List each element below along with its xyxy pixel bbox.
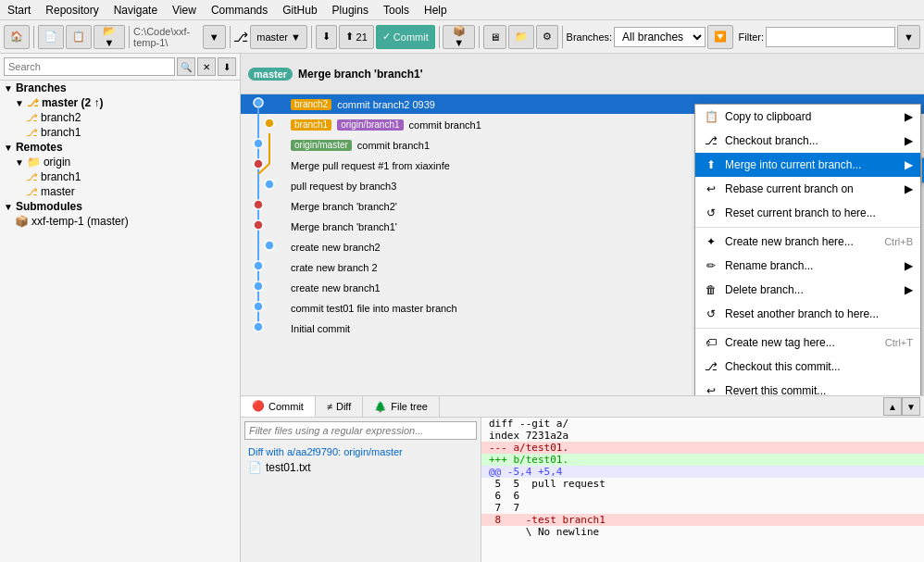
- commit-info-10: create new branch1: [291, 282, 920, 293]
- diff-line-7: 6 6: [481, 490, 924, 502]
- tab-diff[interactable]: ≠ Diff: [316, 396, 363, 417]
- push-btn[interactable]: ⬆ 21: [339, 25, 374, 49]
- diff-panel: diff --git a/ index 7231a2a --- a/test01…: [481, 418, 924, 562]
- graph-svg-11: [244, 296, 291, 317]
- stash-btn[interactable]: 📦 ▼: [443, 25, 475, 49]
- tree-branch1[interactable]: ⎇ branch1: [0, 125, 240, 140]
- tab-commit[interactable]: 🔴 Commit: [241, 396, 316, 417]
- tree-remotes-group[interactable]: ▼ Remotes: [0, 140, 240, 155]
- branch-icon: ⎇: [233, 30, 248, 44]
- branches-label: Branches: [16, 81, 67, 94]
- tree-remote-master[interactable]: ⎇ master: [0, 184, 240, 199]
- search-options-btn[interactable]: ⬇: [218, 57, 236, 76]
- sidebar: 🔍 ✕ ⬇ ▼ Branches ▼ ⎇ master (2 ↑) ⎇ bran…: [0, 54, 241, 562]
- commit-msg-9: crate new branch 2: [291, 262, 378, 273]
- remotes-expand-arrow: ▼: [4, 143, 13, 153]
- toolbar-clone-btn[interactable]: 📋: [66, 25, 92, 49]
- menu-commands[interactable]: Commands: [204, 2, 275, 19]
- commit-msg-10: create new branch1: [291, 282, 381, 293]
- toolbar-new-btn[interactable]: 📄: [38, 25, 64, 49]
- filter-options-btn[interactable]: ▼: [897, 25, 920, 49]
- toolbar-sep-6: [479, 26, 480, 48]
- tree-master-branch[interactable]: ▼ ⎇ master (2 ↑): [0, 95, 240, 110]
- toolbar-home-btn[interactable]: 🏠: [4, 25, 30, 49]
- tab-file-tree[interactable]: 🌲 File tree: [363, 396, 440, 417]
- branches-label: Branches:: [567, 31, 613, 43]
- filter-toggle-btn[interactable]: 🔽: [707, 25, 733, 49]
- menu-tools[interactable]: Tools: [376, 2, 417, 19]
- tree-branch2[interactable]: ⎇ branch2: [0, 110, 240, 125]
- commit-info-12: Initial commit: [291, 323, 920, 334]
- commit-row-7[interactable]: Merge branch 'branch1': [241, 217, 924, 237]
- commit-info-4: Merge pull request #1 from xiaxinfe: [291, 160, 920, 171]
- graph-svg-5: [244, 174, 291, 194]
- graph-svg-9: [244, 256, 291, 276]
- commit-msg-6: Merge branch 'branch2': [291, 201, 397, 212]
- commit-row-8[interactable]: create new branch2: [241, 237, 924, 257]
- commit-row-5[interactable]: pull request by branch3: [241, 176, 924, 196]
- commit-row-9[interactable]: crate new branch 2: [241, 257, 924, 278]
- file-filter: [241, 418, 481, 444]
- diff-line-6: 5 5 pull request: [481, 478, 924, 490]
- menu-github[interactable]: GitHub: [275, 2, 324, 19]
- toolbar-open-btn[interactable]: 📂 ▼: [94, 25, 126, 49]
- commit-row-4[interactable]: Merge pull request #1 from xiaxinfe: [241, 156, 924, 176]
- tree-area: ▼ Branches ▼ ⎇ master (2 ↑) ⎇ branch2 ⎇ …: [0, 81, 240, 562]
- pull-btn[interactable]: ⬇: [316, 25, 337, 49]
- diff-line-8: 7 7: [481, 502, 924, 514]
- diff-link-item[interactable]: Diff with a/aa2f9790: origin/master: [241, 444, 481, 459]
- menu-plugins[interactable]: Plugins: [325, 2, 376, 19]
- commit-msg-5: pull request by branch3: [291, 181, 396, 192]
- explorer-btn[interactable]: 📁: [508, 25, 534, 49]
- commit-row-12[interactable]: Initial commit: [241, 318, 924, 339]
- panel-down-btn[interactable]: ▼: [902, 397, 920, 416]
- commit-row-branch2[interactable]: branch2 commit branch2 0939: [241, 94, 924, 115]
- commit-row-10[interactable]: create new branch1: [241, 278, 924, 298]
- file-tree-label: File tree: [391, 401, 428, 412]
- commit-btn[interactable]: ✓ Commit: [376, 25, 435, 49]
- branch-dropdown[interactable]: master ▼: [250, 25, 307, 49]
- menu-navigate[interactable]: Navigate: [106, 2, 165, 19]
- commit-row-6[interactable]: Merge branch 'branch2': [241, 196, 924, 217]
- ctx-checkout-commit[interactable]: ⎇ Checkout this commit...: [695, 355, 920, 379]
- filter-input[interactable]: [766, 27, 895, 47]
- commit-row-3[interactable]: origin/master commit branch1: [241, 135, 924, 156]
- toolbar-path-dropdown[interactable]: ▼: [203, 25, 226, 49]
- graph-svg-2: [244, 113, 291, 133]
- file-filter-input[interactable]: [244, 421, 477, 440]
- submodule-icon: 📦: [15, 215, 29, 228]
- tree-origin[interactable]: ▼ 📁 origin: [0, 155, 240, 169]
- search-input[interactable]: [4, 57, 175, 76]
- file-item-test01[interactable]: 📄 test01.txt: [241, 459, 481, 476]
- master-expand-arrow: ▼: [15, 98, 24, 108]
- toolbar-sep-2: [129, 26, 130, 48]
- toolbar: 🏠 📄 📋 📂 ▼ C:\Code\xxf-temp-1\ ▼ ⎇ master…: [0, 20, 924, 54]
- menu-help[interactable]: Help: [417, 2, 455, 19]
- search-submit-btn[interactable]: 🔍: [177, 57, 195, 76]
- tree-submodules-group[interactable]: ▼ Submodules: [0, 199, 240, 214]
- file-tree-icon: 🌲: [374, 401, 387, 413]
- search-clear-btn[interactable]: ✕: [197, 57, 216, 76]
- origin-expand-arrow: ▼: [15, 157, 24, 168]
- commit-row-branch1[interactable]: branch1 origin/branch1 commit branch1: [241, 115, 924, 135]
- diff-line-1: diff --git a/: [481, 418, 924, 430]
- commit-row-11[interactable]: commit test01 file into master branch: [241, 298, 924, 318]
- svg-point-10: [254, 159, 263, 169]
- tree-submodule-xxf[interactable]: 📦 xxf-temp-1 (master): [0, 214, 240, 229]
- tree-remote-branch1[interactable]: ⎇ branch1: [0, 169, 240, 184]
- settings-btn[interactable]: ⚙: [536, 25, 558, 49]
- ctx-revert[interactable]: ↩ Revert this commit...: [695, 379, 920, 395]
- svg-point-20: [254, 261, 263, 270]
- terminal-btn[interactable]: 🖥: [483, 25, 506, 49]
- panel-up-btn[interactable]: ▲: [883, 397, 902, 416]
- commit-tab-label: Commit: [268, 401, 304, 412]
- menu-start[interactable]: Start: [0, 2, 38, 19]
- menu-repository[interactable]: Repository: [38, 2, 106, 19]
- menu-view[interactable]: View: [165, 2, 204, 19]
- tree-branches-group[interactable]: ▼ Branches: [0, 81, 240, 95]
- commit-tab-icon: 🔴: [252, 400, 265, 412]
- branches-combo[interactable]: All branches: [614, 27, 705, 47]
- bottom-tabs: 🔴 Commit ≠ Diff 🌲 File tree ▲ ▼: [241, 396, 924, 418]
- origin-label: origin: [44, 156, 70, 169]
- bottom-panel: 🔴 Commit ≠ Diff 🌲 File tree ▲ ▼: [241, 395, 924, 562]
